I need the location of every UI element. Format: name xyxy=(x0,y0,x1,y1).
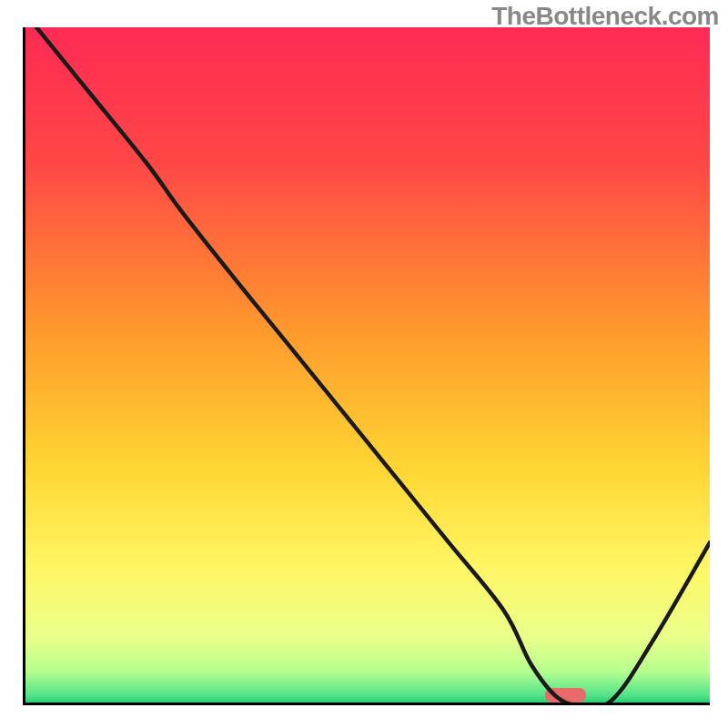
chart-background xyxy=(23,27,710,705)
chart-stage: TheBottleneck.com xyxy=(0,0,728,728)
chart-svg xyxy=(23,27,710,705)
plot-area xyxy=(23,27,710,705)
